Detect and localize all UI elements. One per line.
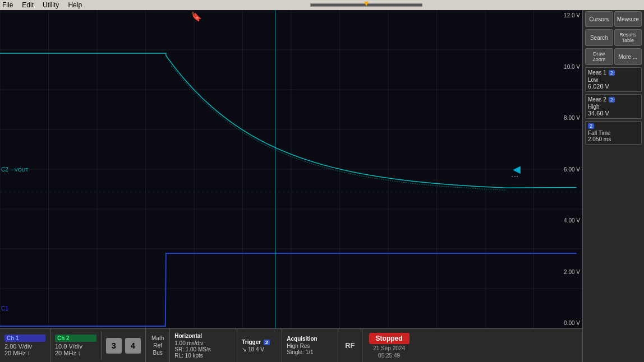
- dots-icon: ⋮: [510, 173, 519, 179]
- cursors-button[interactable]: Cursors: [585, 11, 613, 27]
- horizontal-rl: RL: 10 kpts: [174, 352, 232, 359]
- menubar: File Edit Utility Help: [0, 0, 644, 10]
- ch1-mhz: 20 MHz ⌇: [4, 350, 45, 356]
- right-panel: Cursors Measure Search Results Table Dra…: [582, 10, 644, 362]
- meas2-title: Meas 2: [588, 96, 606, 103]
- main-area: 12.0 V 10.0 V 8.00 V 6.00 V 4.00 V 2.00 …: [0, 10, 644, 362]
- meas2-header: Meas 2 2: [588, 96, 639, 103]
- grid-container[interactable]: 12.0 V 10.0 V 8.00 V 6.00 V 4.00 V 2.00 …: [0, 10, 582, 328]
- meas2-row1: High: [588, 104, 639, 110]
- meas3-header: 2: [588, 123, 639, 129]
- meas2-box: Meas 2 2 High 34.60 V: [585, 94, 642, 119]
- meas3-val: 2.050 ms: [588, 136, 639, 142]
- panel-row-3: Draw Zoom More ...: [585, 48, 642, 65]
- ch2-mhz: 20 MHz ⌇: [55, 350, 96, 356]
- horizontal-msdiv: 1.00 ms/div: [174, 340, 232, 346]
- acquisition-count: Single: 1/1: [287, 349, 333, 355]
- stopped-time: 05:25:49: [378, 352, 400, 359]
- menu-file[interactable]: File: [2, 1, 13, 9]
- scope-canvas: [0, 10, 582, 328]
- button-4[interactable]: 4: [125, 338, 141, 354]
- panel-row-2: Search Results Table: [585, 29, 642, 46]
- trigger-marker: 🔖: [191, 11, 202, 22]
- menu-edit[interactable]: Edit: [22, 1, 34, 9]
- num-buttons: 3 4: [102, 329, 145, 362]
- draw-zoom-button[interactable]: Draw Zoom: [585, 48, 613, 65]
- meas1-row1: Low: [588, 77, 639, 83]
- trigger-badge: 2: [264, 340, 270, 345]
- panel-row-1: Cursors Measure: [585, 11, 642, 27]
- acquisition-info: Acquisition High Res Single: 1/1: [282, 329, 338, 362]
- ch1-info: Ch 1 2.00 V/div 20 MHz ⌇: [0, 329, 50, 362]
- meas3-box: 2 Fall Time 2.050 ms: [585, 121, 642, 145]
- trigger-title: Trigger 2: [242, 339, 277, 345]
- meas2-badge: 2: [609, 97, 615, 103]
- menu-utility[interactable]: Utility: [43, 1, 59, 9]
- math-ref-bus[interactable]: Math Ref Bus: [145, 329, 170, 362]
- more-button[interactable]: More ...: [614, 48, 642, 65]
- meas1-badge: 2: [609, 70, 615, 76]
- meas1-val: 6.020 V: [588, 83, 639, 90]
- meas1-box: Meas 1 2 Low 6.020 V: [585, 67, 642, 92]
- horizontal-sr: SR: 1.00 MS/s: [174, 346, 232, 352]
- search-button[interactable]: Search: [585, 29, 613, 46]
- meas2-val: 34.60 V: [588, 110, 639, 117]
- acquisition-mode: High Res: [287, 343, 333, 349]
- meas3-badge: 2: [588, 123, 594, 129]
- scope-display[interactable]: 12.0 V 10.0 V 8.00 V 6.00 V 4.00 V 2.00 …: [0, 10, 582, 362]
- meas1-title: Meas 1: [588, 69, 606, 76]
- button-3[interactable]: 3: [106, 338, 122, 354]
- math-label: Math: [151, 335, 164, 342]
- horizontal-title: Horizontal: [174, 333, 232, 339]
- rf-button[interactable]: RF: [338, 329, 362, 362]
- ch1-scope-label: C1: [1, 305, 8, 312]
- acquisition-title: Acquisition: [287, 336, 333, 342]
- stopped-date: 21 Sep 2024: [373, 345, 405, 351]
- ch1-header: Ch 1: [4, 335, 45, 342]
- bottom-status-bar: Ch 1 2.00 V/div 20 MHz ⌇ Ch 2 10.0 V/div…: [0, 328, 582, 362]
- ch2-vdiv: 10.0 V/div: [55, 343, 96, 350]
- stopped-area: Stopped 21 Sep 2024 05:25:49: [362, 329, 416, 362]
- ch2-scope-label: C2 →VOUT: [1, 166, 29, 173]
- trigger-symbol-level: ↘ 18.4 V: [242, 346, 277, 352]
- horizontal-info: Horizontal 1.00 ms/div SR: 1.00 MS/s RL:…: [170, 329, 237, 362]
- ch1-vdiv: 2.00 V/div: [4, 343, 45, 350]
- ch2-info: Ch 2 10.0 V/div 20 MHz ⌇: [50, 329, 101, 362]
- stopped-button[interactable]: Stopped: [369, 333, 410, 344]
- ref-label: Ref: [153, 342, 162, 349]
- meas3-row1: Fall Time: [588, 130, 639, 136]
- measure-button[interactable]: Measure: [614, 11, 642, 27]
- ch2-header: Ch 2: [55, 335, 96, 342]
- results-table-button[interactable]: Results Table: [614, 29, 642, 46]
- meas1-header: Meas 1 2: [588, 69, 639, 76]
- bus-label: Bus: [153, 349, 163, 356]
- menu-help[interactable]: Help: [68, 1, 82, 9]
- trigger-info: Trigger 2 ↘ 18.4 V: [237, 329, 282, 362]
